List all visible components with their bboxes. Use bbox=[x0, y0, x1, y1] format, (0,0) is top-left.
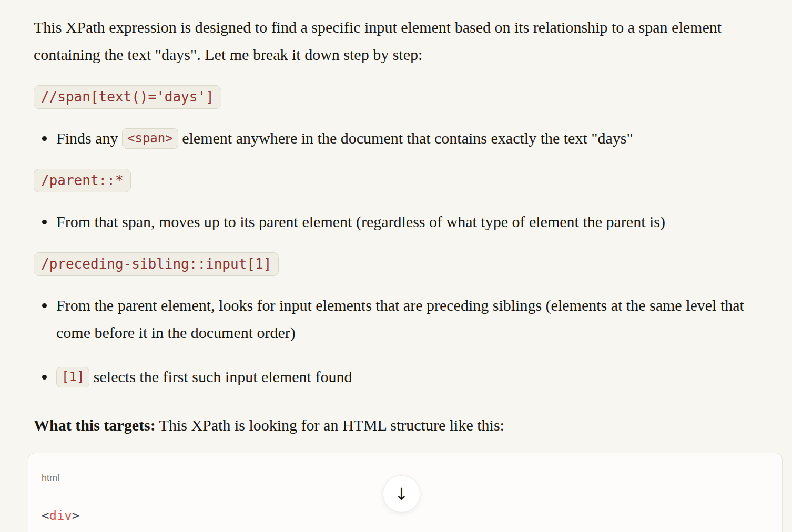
xpath-step-2-row: /parent::* bbox=[34, 169, 771, 192]
bullet-text-post: selects the first such input element fou… bbox=[89, 368, 352, 385]
bullet-text: From the parent element, looks for input… bbox=[56, 296, 744, 341]
xpath-step-1-row: //span[text()='days'] bbox=[34, 85, 771, 109]
bullet-text-post: element anywhere in the document that co… bbox=[178, 129, 633, 147]
code-token-punct: < bbox=[42, 508, 49, 523]
bullet-text: From that span, moves up to its parent e… bbox=[56, 213, 665, 230]
xpath-step-2-code: /parent::* bbox=[34, 169, 131, 192]
bullet-list-3: From the parent element, looks for input… bbox=[34, 292, 754, 391]
targets-rest-text: This XPath is looking for an HTML struct… bbox=[156, 416, 504, 434]
inline-code-span-tag: <span> bbox=[122, 128, 178, 149]
list-item: [1] selects the first such input element… bbox=[55, 363, 754, 391]
code-token-punct: > bbox=[72, 508, 79, 523]
list-item: From that span, moves up to its parent e… bbox=[55, 208, 754, 236]
arrow-down-icon: ↓ bbox=[394, 486, 409, 503]
code-token-tag: div bbox=[49, 508, 72, 523]
xpath-step-1-code: //span[text()='days'] bbox=[34, 85, 221, 109]
list-item: From the parent element, looks for input… bbox=[55, 292, 754, 346]
inline-code-index: [1] bbox=[56, 367, 89, 387]
bullet-list-2: From that span, moves up to its parent e… bbox=[34, 208, 754, 236]
list-item: Finds any <span> element anywhere in the… bbox=[55, 125, 754, 152]
bullet-text-pre: Finds any bbox=[56, 129, 122, 147]
intro-paragraph: This XPath expression is designed to fin… bbox=[34, 14, 754, 68]
scroll-to-bottom-button[interactable]: ↓ bbox=[383, 475, 420, 513]
assistant-message: This XPath expression is designed to fin… bbox=[0, 0, 792, 532]
targets-bold-label: What this targets: bbox=[34, 416, 156, 434]
targets-paragraph: What this targets: This XPath is looking… bbox=[34, 412, 771, 439]
xpath-step-3-code: /preceding-sibling::input[1] bbox=[34, 252, 279, 276]
xpath-step-3-row: /preceding-sibling::input[1] bbox=[34, 252, 771, 276]
bullet-list-1: Finds any <span> element anywhere in the… bbox=[34, 125, 754, 152]
